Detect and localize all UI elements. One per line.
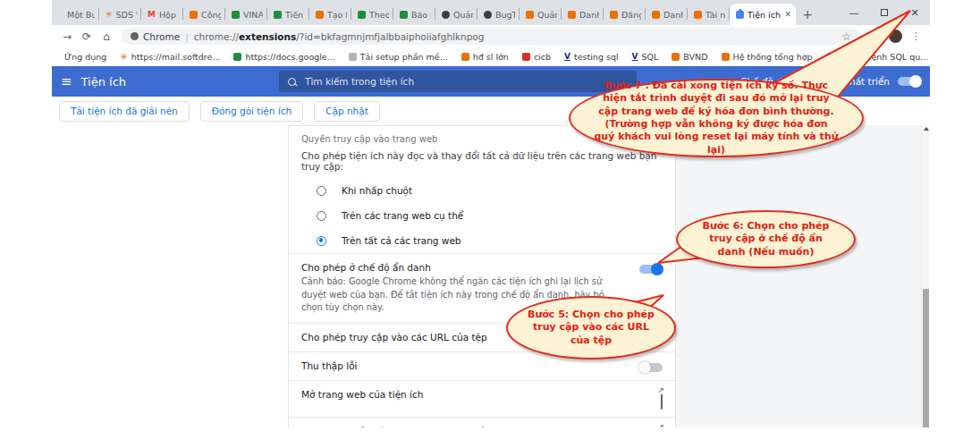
radio-icon[interactable] — [317, 186, 326, 196]
forward-icon[interactable]: → — [59, 29, 75, 45]
tab[interactable]: Tài ngu — [688, 4, 730, 25]
bookmark-item[interactable]: hđ sl lớn — [461, 52, 509, 62]
bookmark-item[interactable]: VSQL — [632, 52, 659, 62]
at-dark-icon: @ — [826, 53, 834, 61]
bookmark-item[interactable]: Vtesting sql — [564, 52, 619, 62]
globe-dark-icon — [484, 11, 492, 19]
doc-gray-icon — [349, 53, 357, 61]
bookmark-item[interactable]: Tải setup phần mề... — [349, 52, 448, 62]
new-tab-button[interactable]: + — [796, 4, 819, 25]
invoice-orange-icon — [568, 11, 576, 19]
row-texts: Thu thập lỗi — [301, 360, 639, 371]
tab-label: Danh s — [663, 10, 683, 20]
radio-selected-icon[interactable] — [317, 236, 326, 246]
toggle-on[interactable] — [639, 265, 663, 274]
row-control — [661, 392, 663, 409]
row-texts: Mở trang web của tiện ích — [301, 389, 661, 400]
screenshot-stage: Một Bư✳SDS WeMHộp thưCông tyVINAFRTiến đ… — [0, 0, 980, 440]
update-button[interactable]: Cập nhật — [314, 101, 380, 122]
invoice-orange-icon — [610, 11, 618, 19]
tab[interactable]: Báo cá — [393, 4, 435, 25]
radio-icon[interactable] — [317, 211, 326, 221]
sheets-green-icon — [232, 11, 240, 19]
scroll-up-arrow-icon[interactable] — [924, 127, 929, 131]
external-link-icon[interactable] — [661, 391, 663, 410]
tab[interactable]: Danh s — [646, 4, 688, 25]
tab-label: Một Bư — [67, 10, 95, 20]
extensions-search-input[interactable]: Tìm kiếm trong tiện ích — [279, 71, 637, 92]
toggle-off[interactable] — [639, 363, 663, 372]
bookmark-item[interactable]: Hệ thống tổng hợp — [722, 52, 813, 62]
restore-button[interactable] — [869, 0, 900, 25]
bookmark-item[interactable]: cicb — [522, 52, 551, 62]
tab[interactable]: Theo d — [351, 4, 393, 25]
sheets-green-icon — [358, 11, 366, 19]
extension-settings-card: Quyền truy cập vào trang web Cho phép ti… — [288, 125, 676, 427]
bookmark-label: https://docs.google... — [245, 52, 334, 62]
content-background — [676, 125, 921, 427]
bookmark-item[interactable]: https://docs.google... — [233, 52, 334, 62]
page-scrollbar[interactable] — [921, 125, 929, 427]
tab-active[interactable]: Tiện ích✕ — [730, 4, 796, 25]
pack-extension-button[interactable]: Đóng gói tiện ích — [200, 101, 303, 122]
bookmark-item[interactable]: Ứng dụng — [61, 52, 106, 62]
tab[interactable]: VINAFR — [225, 4, 267, 25]
row-control — [639, 363, 663, 372]
site-access-radio-group: Khi nhấp chuộtTrên các trang web cụ thểT… — [289, 178, 675, 253]
close-button[interactable]: ✕ — [900, 0, 930, 25]
profile-avatar[interactable] — [889, 30, 902, 43]
chrome-page-icon — [131, 32, 139, 40]
radio-option[interactable]: Trên tất cả các trang web — [289, 228, 675, 253]
tab-close-icon[interactable]: ✕ — [784, 10, 791, 19]
omnibox[interactable]: Chrome | chrome://extensions/?id=bkfagmn… — [122, 28, 860, 45]
developer-mode-toggle[interactable] — [898, 77, 921, 86]
invoice-orange-icon — [694, 11, 702, 19]
globe-dark-icon — [442, 11, 450, 19]
invoice-orange-icon — [526, 11, 534, 19]
settings-row[interactable]: Xem trong Cửa hàng Chrome trực tuyến — [289, 417, 675, 427]
minimize-button[interactable]: — — [839, 0, 869, 25]
tab[interactable]: Tiến độ — [267, 4, 309, 25]
v-blue-icon: V — [632, 53, 638, 61]
bookmark-item[interactable]: @13 câu lệnh SQL qu... — [826, 52, 929, 62]
bookmark-label: testing sql — [574, 52, 619, 62]
tab[interactable]: ✳SDS We — [99, 4, 141, 25]
tab[interactable]: MHộp thư — [141, 4, 183, 25]
bookmark-star-icon[interactable]: ☆ — [841, 30, 851, 43]
callout-step6: Bước 6: Chọn cho phép truy cập ở chế độ … — [676, 210, 856, 268]
tab[interactable]: Quản lý — [435, 4, 477, 25]
page-title: Tiện ích — [81, 75, 127, 89]
tab-label: Công ty — [201, 10, 221, 20]
load-unpacked-button[interactable]: Tải tiện ích đã giải nén — [59, 101, 190, 122]
extension-icon[interactable] — [869, 31, 880, 42]
browser-menu-icon[interactable]: ⋮ — [911, 30, 921, 42]
tab-label: Đăng n — [621, 10, 641, 20]
bookmark-label: BVND — [683, 52, 707, 62]
radio-option[interactable]: Khi nhấp chuột — [289, 178, 675, 203]
radio-label: Khi nhấp chuột — [342, 185, 412, 196]
tab[interactable]: Tạo hóa — [309, 4, 351, 25]
bookmark-label: cicb — [534, 52, 551, 62]
reload-icon[interactable]: ⟳ — [79, 29, 95, 45]
scrollbar-thumb[interactable] — [923, 289, 929, 427]
hamburger-menu-icon[interactable]: ≡ — [61, 73, 72, 89]
settings-row[interactable]: Mở trang web của tiện ích — [289, 380, 675, 417]
window-controls: — ✕ — [839, 0, 930, 25]
tab-label: Tiện ích — [748, 10, 781, 20]
home-icon[interactable]: ⌂ — [98, 29, 114, 45]
site-label: Chrome — [143, 31, 180, 42]
bookmark-item[interactable]: BVND — [672, 52, 707, 62]
tab[interactable]: Công ty — [183, 4, 225, 25]
radio-option[interactable]: Trên các trang web cụ thể — [289, 203, 675, 228]
bookmark-item[interactable]: ✳https://mail.softdre... — [120, 52, 220, 62]
tab[interactable]: Danh s — [562, 4, 604, 25]
puzzle-blue-icon — [736, 11, 744, 19]
mail-orange-icon: ✳ — [120, 53, 127, 61]
tab[interactable]: Đăng n — [604, 4, 646, 25]
row-title: Thu thập lỗi — [301, 360, 616, 371]
url-prefix: chrome:// — [194, 31, 239, 42]
tab[interactable]: Một Bư — [57, 4, 99, 25]
tab[interactable]: BugTra — [477, 4, 520, 25]
toggle-knob — [909, 75, 922, 88]
tab[interactable]: Quản lý — [520, 4, 562, 25]
